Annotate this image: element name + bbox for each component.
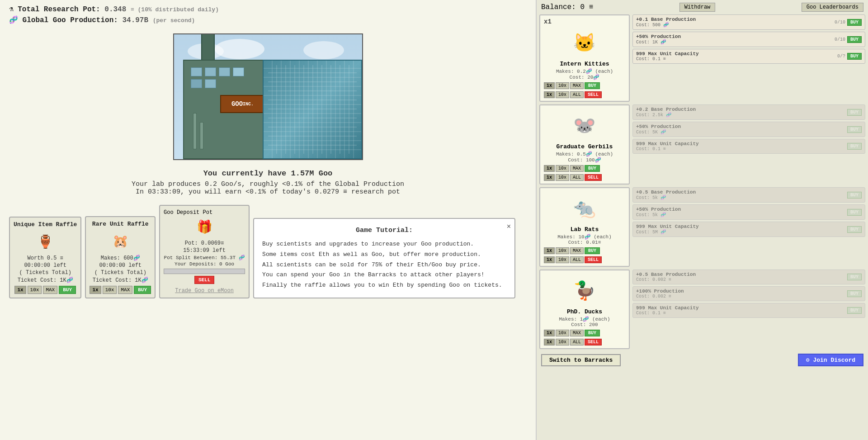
discord-button[interactable]: ⚙ Join Discord <box>798 354 863 366</box>
scientist-card-phd.-ducks: 🦆 PhD. Ducks Makes: 1🧬 (each) Cost: 200 … <box>539 270 630 349</box>
rare-makes: Makes: 600🧬 <box>90 255 151 261</box>
upgrade-buy-btn: BUY <box>847 192 862 199</box>
upgrade-info: +100% Production Cost: 0.002 ≡ <box>636 289 830 299</box>
unique-raffle-icon: 🏺 <box>34 231 57 253</box>
unique-qty-1x[interactable]: 1x <box>14 286 26 294</box>
goo-sign: GOOINC. <box>220 95 265 113</box>
trade-link[interactable]: Trade Goo on eMoon <box>164 288 245 294</box>
building-glass <box>263 60 362 159</box>
scientist-row: 🐀 Lab Rats Makes: 10🧬 (each) Cost: 0.01≡… <box>539 187 865 267</box>
sci-sell-btn[interactable]: SELL <box>585 174 602 181</box>
withdraw-button[interactable]: Withdraw <box>679 3 716 12</box>
unique-buy-btn[interactable]: BUY <box>59 286 76 294</box>
upgrade-card: 999 Max Unit Capacity Cost: 5M 🧬 BUY <box>632 222 865 237</box>
deposit-bar-bg <box>164 269 245 274</box>
upgrade-badge: 0/10 <box>832 20 845 25</box>
unique-cost: Ticket Cost: 1K🧬 <box>14 277 77 284</box>
upgrade-badge: 0/10 <box>832 37 845 42</box>
sci-sell-qty-all[interactable]: ALL <box>570 174 584 181</box>
leaderboard-button[interactable]: Goo Leaderboards <box>802 3 863 12</box>
scientist-card-lab-rats: 🐀 Lab Rats Makes: 10🧬 (each) Cost: 0.01≡… <box>539 187 630 267</box>
sci-qty-1x[interactable]: 1x <box>544 82 555 89</box>
sci-buy-buttons: 1x 10x MAX BUY <box>544 247 625 254</box>
sci-sell-qty-all[interactable]: ALL <box>570 91 584 98</box>
rare-qty-10x[interactable]: 10x <box>103 286 117 294</box>
rare-raffle-title: Rare Unit Raffle <box>90 221 151 227</box>
sci-qty-1x[interactable]: 1x <box>544 165 555 172</box>
upgrade-name: 999 Max Unit Capacity <box>636 141 830 147</box>
sci-qty-max[interactable]: MAX <box>570 330 584 336</box>
balance-label: Balance: 0 ≡ <box>541 3 593 11</box>
upgrade-card: +0.5 Base Production Cost: 0.002 ≡ BUY <box>632 270 865 284</box>
sci-sell-qty-1x[interactable]: 1x <box>544 91 555 98</box>
sci-sell-qty-10x[interactable]: 10x <box>556 339 569 345</box>
scientist-row: 🐭 Graduate Gerbils Makes: 0.5🧬 (each) Co… <box>539 104 865 185</box>
sci-sell-qty-1x[interactable]: 1x <box>544 339 555 345</box>
unique-qty-10x[interactable]: 10x <box>28 286 42 294</box>
sci-sell-qty-10x[interactable]: 10x <box>556 174 569 181</box>
scientist-card-graduate-gerbils: 🐭 Graduate Gerbils Makes: 0.5🧬 (each) Co… <box>539 104 630 185</box>
upgrade-buy-btn[interactable]: BUY <box>847 36 862 43</box>
sci-name: Intern Kitties <box>544 61 625 67</box>
sci-sell-qty-all[interactable]: ALL <box>570 256 584 263</box>
sci-qty-1x[interactable]: 1x <box>544 330 555 336</box>
sidebar-header: Balance: 0 ≡ Withdraw Goo Leaderboards <box>539 3 865 12</box>
upgrade-info: +50% Production Cost: 5K 🧬 <box>636 124 830 135</box>
upgrade-name: +50% Production <box>636 207 830 212</box>
sci-buy-btn[interactable]: BUY <box>585 82 600 89</box>
deposit-yours: Your Deposits: 0 Goo <box>164 261 245 267</box>
building-image: GOOINC. <box>173 33 363 160</box>
info-text: You currently have 1.57M Goo Your lab pr… <box>9 169 527 196</box>
sci-makes: Makes: 0.2🧬 (each) <box>544 68 625 74</box>
unique-qty-max[interactable]: MAX <box>43 286 57 294</box>
rare-buy-btn[interactable]: BUY <box>134 286 151 294</box>
upgrade-buy-btn[interactable]: BUY <box>847 19 862 26</box>
sci-sell-btn[interactable]: SELL <box>585 256 602 263</box>
sci-sell-btn[interactable]: SELL <box>585 339 602 345</box>
upgrade-buy-btn[interactable]: BUY <box>847 53 862 60</box>
tutorial-close-btn[interactable]: × <box>507 222 511 231</box>
sci-buy-btn[interactable]: BUY <box>585 247 600 254</box>
sci-sell-qty-1x[interactable]: 1x <box>544 256 555 263</box>
barracks-button[interactable]: Switch to Barracks <box>541 354 621 366</box>
upgrade-info: 999 Max Unit Capacity Cost: 0.1 ≡ <box>636 51 830 62</box>
sci-qty-10x[interactable]: 10x <box>556 247 569 254</box>
upgrade-col: +0.1 Base Production Cost: 500 🧬 0/10 BU… <box>632 14 865 102</box>
upgrade-name: 999 Max Unit Capacity <box>636 224 830 229</box>
upgrade-name: +100% Production <box>636 289 830 294</box>
deposit-icon: 🎁 <box>193 216 216 238</box>
sci-sell-qty-all[interactable]: ALL <box>570 339 584 345</box>
sci-qty-10x[interactable]: 10x <box>556 82 569 89</box>
rare-qty-1x[interactable]: 1x <box>90 286 101 294</box>
research-icon: ⚗ <box>9 5 14 14</box>
upgrade-cost: Cost: 5K 🧬 <box>636 129 830 135</box>
sci-sell-btn[interactable]: SELL <box>585 91 602 98</box>
sci-qty-10x[interactable]: 10x <box>556 330 569 336</box>
sci-buy-btn[interactable]: BUY <box>585 165 600 172</box>
upgrade-info: 999 Max Unit Capacity Cost: 0.1 ≡ <box>636 141 830 151</box>
sci-sell-buttons: 1x 10x ALL SELL <box>544 256 625 263</box>
sci-qty-max[interactable]: MAX <box>570 247 584 254</box>
sci-sell-qty-10x[interactable]: 10x <box>556 91 569 98</box>
sci-qty-1x[interactable]: 1x <box>544 247 555 254</box>
tutorial-line: All scientists can be sold for 75% of th… <box>262 260 506 270</box>
sci-qty-max[interactable]: MAX <box>570 82 584 89</box>
scientist-row: 🦆 PhD. Ducks Makes: 1🧬 (each) Cost: 200 … <box>539 270 865 349</box>
sci-sell-qty-1x[interactable]: 1x <box>544 174 555 181</box>
deposit-split: Pot Split Between: 55.3T 🧬 <box>164 255 245 260</box>
sci-sell-qty-10x[interactable]: 10x <box>556 256 569 263</box>
rare-qty-max[interactable]: MAX <box>118 286 132 294</box>
sci-header: x1 <box>544 18 625 25</box>
sci-buy-btn[interactable]: BUY <box>585 330 600 336</box>
deposit-sell-btn[interactable]: SELL <box>194 276 214 284</box>
upgrade-cost: Cost: 0.1 ≡ <box>636 57 830 62</box>
sci-cost: Cost: 0.01≡ <box>544 240 625 245</box>
sci-qty-max[interactable]: MAX <box>570 165 584 172</box>
deposit-panel: Goo Deposit Pot 🎁 Pot: 0.0069≡ 15:33:09 … <box>159 205 250 298</box>
lab-info-2: In 03:33:09, you will earn <0.1% of toda… <box>9 188 527 196</box>
sci-cost: Cost: 100🧬 <box>544 157 625 163</box>
upgrade-buy-btn: BUY <box>847 126 862 133</box>
building-container: GOOINC. <box>9 33 527 160</box>
upgrade-cost: Cost: 0.002 ≡ <box>636 294 830 299</box>
sci-qty-10x[interactable]: 10x <box>556 165 569 172</box>
